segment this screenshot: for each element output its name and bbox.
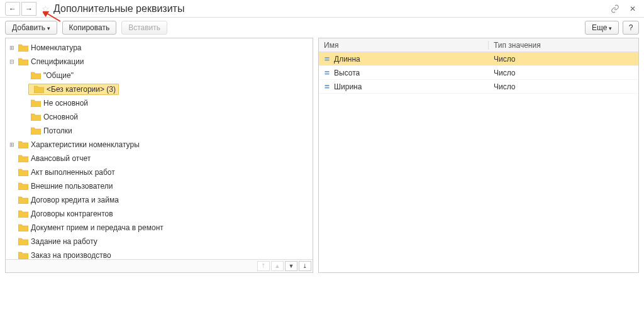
folder-icon xyxy=(18,154,28,163)
folder-icon xyxy=(31,126,41,135)
tree-item[interactable]: ⊟Спецификации xyxy=(6,55,313,69)
attribute-icon: 〓 xyxy=(324,55,330,64)
tree-item[interactable]: ⊞Номенклатура xyxy=(6,41,313,55)
tree-item-label: Заказ на производство xyxy=(31,251,111,259)
attribute-name: Длинна xyxy=(334,55,360,64)
folder-icon xyxy=(18,196,28,204)
back-button[interactable]: ← xyxy=(5,2,20,16)
folder-icon xyxy=(18,43,28,52)
folder-icon xyxy=(31,113,41,121)
table-header: Имя Тип значения xyxy=(319,38,638,52)
tree-item[interactable]: Заказ на производство xyxy=(6,248,313,259)
tree-item[interactable]: Основной xyxy=(6,110,313,124)
tree-item[interactable]: Договоры контрагентов xyxy=(6,207,313,221)
tree-item[interactable]: Внешние пользователи xyxy=(6,179,313,193)
attribute-icon: 〓 xyxy=(324,82,330,91)
toolbar: Добавить Копировать Вставить Еще ? xyxy=(0,18,644,38)
content-area: ⊞Номенклатура⊟Спецификации"Общие"<Без ка… xyxy=(0,38,644,273)
folder-icon xyxy=(18,57,28,66)
tree-item-label: Спецификации xyxy=(31,57,84,66)
copy-button[interactable]: Копировать xyxy=(62,21,117,35)
folder-icon xyxy=(31,71,41,80)
move-top-button[interactable]: ⤒ xyxy=(257,261,270,271)
move-up-button[interactable]: ▲ xyxy=(271,261,284,271)
tree-item[interactable]: "Общие" xyxy=(6,69,313,82)
link-icon[interactable] xyxy=(609,3,621,15)
tree-item[interactable]: Договор кредита и займа xyxy=(6,193,313,207)
tree-item-label: Задание на работу xyxy=(31,237,97,246)
folder-icon xyxy=(31,99,41,108)
tree-item-label: <Без категории> (3) xyxy=(47,85,116,94)
expand-icon[interactable]: ⊞ xyxy=(8,142,16,148)
table-row[interactable]: 〓ДлиннаЧисло xyxy=(319,52,638,66)
tree-item-label: Договоры контрагентов xyxy=(31,209,113,218)
column-header-type[interactable]: Тип значения xyxy=(489,41,638,50)
folder-icon xyxy=(18,182,28,191)
table-cell-name: 〓Ширина xyxy=(319,82,489,91)
table-cell-name: 〓Высота xyxy=(319,69,489,77)
move-down-button[interactable]: ▼ xyxy=(285,261,297,271)
tree-item-label: Акт выполненных работ xyxy=(31,168,115,177)
attribute-name: Высота xyxy=(334,69,360,77)
tree-item-label: Основной xyxy=(43,113,78,121)
tree-item[interactable]: Акт выполненных работ xyxy=(6,165,313,179)
tree-item-label: Договор кредита и займа xyxy=(31,196,119,204)
column-header-name[interactable]: Имя xyxy=(319,41,489,50)
folder-icon xyxy=(18,140,28,149)
tree-item-label: Не основной xyxy=(43,99,88,108)
folder-icon xyxy=(18,251,28,259)
tree-item[interactable]: Потолки xyxy=(6,124,313,138)
table-cell-type: Число xyxy=(489,69,638,77)
tree-item-label: Характеристики номенклатуры xyxy=(31,140,140,149)
favorite-star-icon[interactable]: ☆ xyxy=(42,4,50,14)
attribute-name: Ширина xyxy=(334,82,362,91)
tree-item[interactable]: Документ прием и передача в ремонт xyxy=(6,221,313,235)
table-cell-type: Число xyxy=(489,55,638,64)
paste-button: Вставить xyxy=(121,21,167,35)
tree-item-label: Авансовый отчет xyxy=(31,154,91,163)
attribute-icon: 〓 xyxy=(324,69,330,77)
tree-footer: ⤒ ▲ ▼ ⤓ xyxy=(6,259,313,272)
close-icon[interactable]: ✕ xyxy=(626,3,639,15)
folder-icon xyxy=(18,237,28,246)
forward-button[interactable]: → xyxy=(21,2,36,16)
tree-item-label: Номенклатура xyxy=(31,43,82,52)
table-row[interactable]: 〓ШиринаЧисло xyxy=(319,80,638,94)
table-cell-name: 〓Длинна xyxy=(319,55,489,64)
table-row[interactable]: 〓ВысотаЧисло xyxy=(319,66,638,80)
tree-item[interactable]: <Без категории> (3) xyxy=(6,82,313,96)
tree-item-label: "Общие" xyxy=(43,71,74,80)
move-bottom-button[interactable]: ⤓ xyxy=(299,261,311,271)
header-bar: ← → ☆ Дополнительные реквизиты ✕ xyxy=(0,0,644,18)
tree-item[interactable]: Не основной xyxy=(6,96,313,110)
table-cell-type: Число xyxy=(489,82,638,91)
attributes-table-body[interactable]: 〓ДлиннаЧисло〓ВысотаЧисло〓ШиринаЧисло xyxy=(319,52,638,272)
folder-icon xyxy=(34,85,44,94)
collapse-icon[interactable]: ⊟ xyxy=(8,58,16,65)
attributes-panel: Имя Тип значения 〓ДлиннаЧисло〓ВысотаЧисл… xyxy=(318,38,639,273)
more-button[interactable]: Еще xyxy=(585,21,619,35)
page-title: Дополнительные реквизиты xyxy=(53,3,184,14)
tree-panel: ⊞Номенклатура⊟Спецификации"Общие"<Без ка… xyxy=(5,38,313,273)
tree-item-label: Внешние пользователи xyxy=(31,182,113,191)
help-button[interactable]: ? xyxy=(623,21,639,35)
expand-icon[interactable]: ⊞ xyxy=(8,45,16,51)
tree-item-label: Потолки xyxy=(43,126,72,135)
tree-item[interactable]: Задание на работу xyxy=(6,235,313,248)
add-button[interactable]: Добавить xyxy=(5,21,57,35)
folder-tree[interactable]: ⊞Номенклатура⊟Спецификации"Общие"<Без ка… xyxy=(6,38,313,259)
tree-item[interactable]: Авансовый отчет xyxy=(6,152,313,165)
folder-icon xyxy=(18,223,28,232)
tree-item-label: Документ прием и передача в ремонт xyxy=(31,223,164,232)
folder-icon xyxy=(18,168,28,177)
tree-item[interactable]: ⊞Характеристики номенклатуры xyxy=(6,138,313,152)
folder-icon xyxy=(18,209,28,218)
